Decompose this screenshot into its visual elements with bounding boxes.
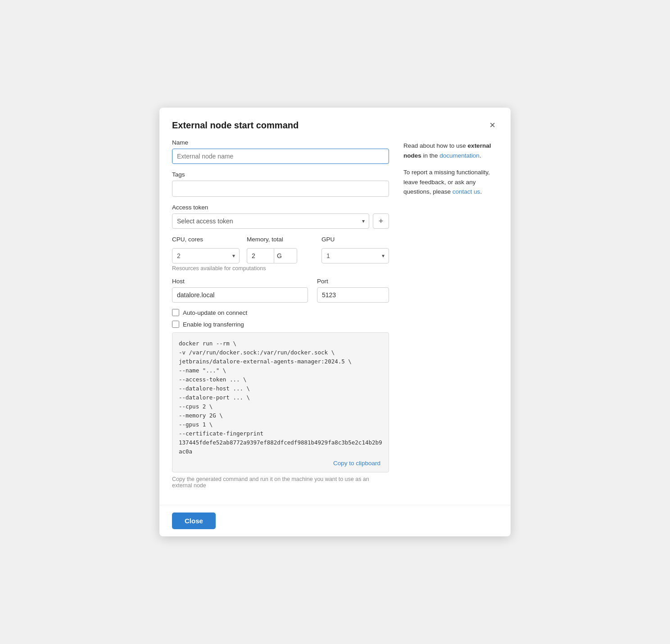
host-group: Host datalore.local xyxy=(172,278,308,303)
memory-unit-select[interactable]: G T xyxy=(274,248,297,263)
contact-us-link[interactable]: contact us xyxy=(453,188,480,195)
command-code-box: docker run --rm \ -v /var/run/docker.soc… xyxy=(172,332,389,472)
sidebar-text2-after: . xyxy=(480,188,482,195)
resources-row: CPU, cores 2 4 8 ▾ Memory, total 2 xyxy=(172,236,389,263)
resources-hint: Resources available for computations xyxy=(172,265,389,272)
auto-update-label: Auto-update on connect xyxy=(183,309,247,316)
host-input[interactable]: datalore.local xyxy=(172,287,308,303)
modal-footer: Close xyxy=(159,505,511,536)
modal-title: External node start command xyxy=(172,120,299,131)
documentation-link[interactable]: documentation xyxy=(439,152,480,159)
sidebar-column: Read about how to use external nodes in … xyxy=(403,139,498,496)
cpu-label: CPU, cores xyxy=(172,236,240,243)
enable-log-checkbox[interactable] xyxy=(172,321,179,328)
gpu-select-wrapper: 1 2 0 ▾ xyxy=(321,248,389,263)
port-label: Port xyxy=(317,278,389,285)
gpu-label: GPU xyxy=(321,236,389,243)
modal-body: Name Tags Access token Select access tok… xyxy=(159,139,511,505)
port-group: Port 5123 xyxy=(317,278,389,303)
enable-log-row: Enable log transferring xyxy=(172,321,389,328)
modal-dialog: External node start command × Name Tags … xyxy=(159,108,511,536)
memory-label: Memory, total xyxy=(247,236,314,243)
cpu-group: CPU, cores 2 4 8 ▾ xyxy=(172,236,240,263)
memory-input-row: 2 G T xyxy=(247,248,314,263)
name-label: Name xyxy=(172,139,389,146)
sidebar-text-before: Read about how to use xyxy=(403,142,468,149)
modal-close-button[interactable]: × xyxy=(487,118,498,132)
cpu-select[interactable]: 2 4 8 xyxy=(172,248,240,263)
sidebar-text-after: . xyxy=(480,152,481,159)
code-hint: Copy the generated command and run it on… xyxy=(172,476,389,489)
memory-value-input[interactable]: 2 xyxy=(247,248,274,263)
tags-label: Tags xyxy=(172,171,389,178)
tags-field-group: Tags xyxy=(172,171,389,197)
copy-to-clipboard-button[interactable]: Copy to clipboard xyxy=(331,459,382,467)
tags-input[interactable] xyxy=(172,181,389,197)
name-field-group: Name xyxy=(172,139,389,164)
command-code-content: docker run --rm \ -v /var/run/docker.soc… xyxy=(179,339,382,456)
gpu-select[interactable]: 1 2 0 xyxy=(321,248,389,263)
enable-log-label: Enable log transferring xyxy=(183,321,244,328)
close-footer-button[interactable]: Close xyxy=(172,512,216,529)
access-token-row: Select access token ▾ + xyxy=(172,213,389,229)
access-token-field-group: Access token Select access token ▾ + xyxy=(172,204,389,229)
access-token-select[interactable]: Select access token xyxy=(172,213,369,229)
sidebar-contact-text: To report a missing functionality, leave… xyxy=(403,168,498,197)
copy-button-row: Copy to clipboard xyxy=(179,459,382,467)
memory-group: Memory, total 2 G T xyxy=(247,236,314,263)
port-input[interactable]: 5123 xyxy=(317,287,389,303)
cpu-select-wrapper: 2 4 8 ▾ xyxy=(172,248,240,263)
auto-update-row: Auto-update on connect xyxy=(172,309,389,316)
add-access-token-button[interactable]: + xyxy=(373,213,389,229)
sidebar-docs-text: Read about how to use external nodes in … xyxy=(403,141,498,160)
sidebar-text-middle: in the xyxy=(421,152,440,159)
name-input[interactable] xyxy=(172,149,389,164)
access-token-select-wrapper: Select access token ▾ xyxy=(172,213,369,229)
host-port-row: Host datalore.local Port 5123 xyxy=(172,278,389,303)
modal-header: External node start command × xyxy=(159,108,511,139)
gpu-group: GPU 1 2 0 ▾ xyxy=(321,236,389,263)
access-token-label: Access token xyxy=(172,204,389,211)
host-label: Host xyxy=(172,278,308,285)
main-column: Name Tags Access token Select access tok… xyxy=(172,139,389,496)
auto-update-checkbox[interactable] xyxy=(172,309,179,316)
